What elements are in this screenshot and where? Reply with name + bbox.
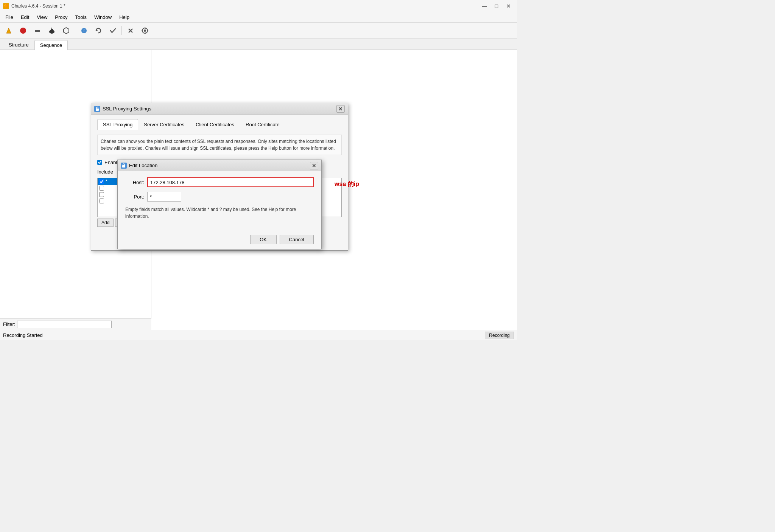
ssl-dialog-tabs: SSL Proxying Server Certificates Client … (97, 119, 342, 130)
filter-label: Filter: (3, 321, 16, 327)
throttle-button[interactable] (45, 24, 58, 37)
stop-button[interactable] (31, 24, 44, 37)
record-button[interactable] (17, 24, 30, 37)
reload-button[interactable] (92, 24, 105, 37)
edit-location-content: Host: wsa 的ip Port: Empty fields match a… (118, 171, 321, 232)
edit-location-icon (121, 163, 127, 169)
broom-button[interactable] (2, 24, 15, 37)
svg-point-4 (51, 29, 53, 30)
title-bar: 🔶 Charles 4.6.4 - Session 1 * — □ ✕ (0, 0, 517, 12)
ssl-tab-proxying[interactable]: SSL Proxying (97, 119, 138, 130)
ssl-description: Charles can show you the plain text cont… (97, 135, 342, 155)
recording-button[interactable]: Recording (485, 332, 514, 339)
ssl-dialog-title: SSL Proxying Settings (103, 106, 336, 112)
close-button[interactable]: ✕ (503, 2, 514, 11)
ssl-dialog-icon (94, 106, 100, 112)
svg-rect-2 (35, 30, 40, 32)
ssl-tab-server-certs[interactable]: Server Certificates (138, 119, 190, 130)
toolbar: f (0, 23, 517, 39)
edit-location-titlebar: Edit Location ✕ (118, 160, 321, 171)
svg-rect-15 (122, 165, 125, 168)
edit-location-dialog: Edit Location ✕ Host: wsa 的ip Port: Empt… (117, 160, 322, 249)
edit-location-footer: OK Cancel (118, 232, 321, 249)
menu-proxy[interactable]: Proxy (51, 13, 71, 21)
svg-marker-0 (6, 28, 11, 33)
host-field-row: Host: wsa 的ip (125, 177, 314, 187)
edit-location-close[interactable]: ✕ (310, 162, 318, 169)
menu-file[interactable]: File (2, 13, 17, 21)
filter-bar: Filter: (0, 318, 151, 330)
hexagon-button[interactable] (60, 24, 73, 37)
enable-ssl-checkbox[interactable] (97, 160, 102, 165)
port-field-row: Port: (125, 192, 314, 202)
ssl-dialog-close[interactable]: ✕ (336, 105, 345, 113)
menu-tools[interactable]: Tools (72, 13, 90, 21)
tabs-bar: Structure Sequence (0, 39, 517, 50)
filter-button[interactable]: f (78, 24, 90, 37)
main-area: Filter: SSL Proxying Settings ✕ SSL Prox… (0, 50, 517, 340)
tab-sequence[interactable]: Sequence (34, 40, 68, 50)
menu-view[interactable]: View (33, 13, 51, 21)
include-item-checkbox[interactable] (99, 186, 104, 191)
toolbar-separator-1 (75, 26, 75, 35)
edit-cancel-button[interactable]: Cancel (280, 235, 314, 244)
include-add-button[interactable]: Add (97, 219, 114, 227)
filter-input[interactable] (17, 321, 112, 328)
svg-point-1 (20, 28, 26, 34)
svg-text:f: f (84, 29, 85, 33)
svg-rect-14 (96, 109, 99, 111)
port-input[interactable] (147, 192, 181, 202)
hint-text: Empty fields match all values. Wildcards… (125, 206, 314, 220)
include-item-checkbox[interactable] (99, 192, 104, 197)
ssl-dialog-titlebar: SSL Proxying Settings ✕ (91, 103, 348, 115)
ssl-tab-client-certs[interactable]: Client Certificates (190, 119, 240, 130)
menu-edit[interactable]: Edit (17, 13, 33, 21)
status-bar: Recording Started Recording (0, 330, 517, 340)
window-controls: — □ ✕ (479, 2, 514, 11)
edit-ok-button[interactable]: OK (250, 235, 277, 244)
port-label: Port: (125, 194, 144, 200)
tab-structure[interactable]: Structure (3, 40, 34, 50)
include-label: Include (97, 169, 113, 175)
host-label: Host: (125, 180, 144, 185)
wsa-annotation: wsa 的ip (335, 180, 359, 188)
include-item-checkbox[interactable] (99, 199, 104, 203)
svg-point-12 (144, 29, 146, 32)
app-icon: 🔶 (3, 3, 9, 9)
check-button[interactable] (106, 24, 119, 37)
ssl-tab-root-cert[interactable]: Root Certificate (240, 119, 285, 130)
svg-point-3 (49, 30, 54, 34)
menu-bar: File Edit View Proxy Tools Window Help (0, 12, 517, 23)
svg-marker-6 (64, 28, 69, 34)
include-item-checkbox[interactable] (99, 179, 104, 184)
minimize-button[interactable]: — (479, 2, 490, 11)
settings-button[interactable] (139, 24, 151, 37)
status-text: Recording Started (3, 332, 43, 338)
host-input[interactable] (147, 177, 314, 187)
menu-window[interactable]: Window (90, 13, 115, 21)
edit-location-title: Edit Location (129, 163, 310, 168)
toolbar-separator-2 (121, 26, 122, 35)
tools-button[interactable] (124, 24, 137, 37)
maximize-button[interactable]: □ (491, 2, 502, 11)
window-title: Charles 4.6.4 - Session 1 * (11, 3, 479, 9)
menu-help[interactable]: Help (115, 13, 133, 21)
